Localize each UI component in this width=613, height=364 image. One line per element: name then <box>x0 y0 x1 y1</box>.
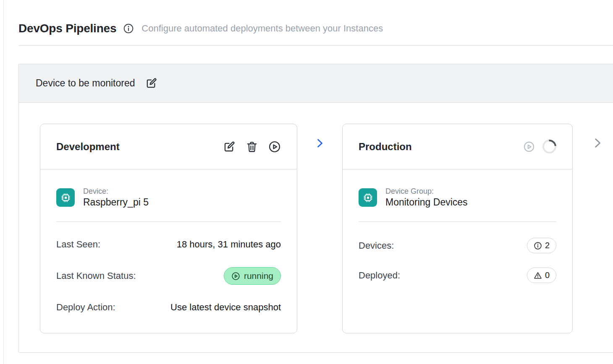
pipeline-panel: Device to be monitored Development <box>18 64 613 353</box>
deploy-action-label: Deploy Action: <box>56 302 115 313</box>
play-circle-icon <box>523 141 535 153</box>
development-card-header: Development <box>40 124 297 169</box>
last-seen-label: Last Seen: <box>56 239 100 250</box>
loading-spinner-icon <box>540 137 559 156</box>
edit-development-button[interactable] <box>223 140 236 153</box>
edit-icon <box>223 140 236 153</box>
deploy-action-row: Deploy Action: Use latest device snapsho… <box>56 301 281 314</box>
play-circle-icon <box>268 140 281 153</box>
device-group-chip-icon <box>359 188 377 207</box>
device-label: Device: <box>83 187 149 196</box>
deployed-count-badge[interactable]: 0 <box>527 268 556 283</box>
devices-count-badge[interactable]: 2 <box>527 238 556 253</box>
device-chip-icon <box>56 188 75 207</box>
page-subtitle: Configure automated deployments between … <box>141 23 383 34</box>
info-icon[interactable] <box>123 23 134 34</box>
play-circle-icon <box>231 272 240 281</box>
last-known-status-label: Last Known Status: <box>56 270 136 281</box>
edit-icon <box>145 77 157 89</box>
trash-icon <box>246 140 258 153</box>
devices-row: Devices: 2 <box>359 238 556 253</box>
panel-header: Device to be monitored <box>19 64 613 103</box>
info-icon <box>534 242 542 250</box>
deployed-row: Deployed: 0 <box>359 268 556 283</box>
device-group-name: Monitoring Devices <box>385 197 468 208</box>
edit-pipeline-name-button[interactable] <box>145 77 157 89</box>
development-card-body: Device: Raspberry_pi 5 Last Seen: 18 hou… <box>40 169 297 333</box>
panel-title: Device to be monitored <box>36 78 135 89</box>
devices-count: 2 <box>545 241 550 250</box>
production-card-title: Production <box>359 141 412 153</box>
run-development-button[interactable] <box>268 140 281 153</box>
deployed-count: 0 <box>545 270 550 280</box>
content-left-divider <box>3 0 4 364</box>
header-divider <box>18 45 613 46</box>
page-title: DevOps Pipelines <box>18 22 116 35</box>
status-badge: running <box>224 267 281 285</box>
devices-label: Devices: <box>359 240 394 251</box>
last-known-status-row: Last Known Status: running <box>56 267 281 285</box>
production-card-body: Device Group: Monitoring Devices Devices… <box>343 169 572 333</box>
status-badge-label: running <box>244 271 273 281</box>
deployed-label: Deployed: <box>359 270 400 281</box>
delete-development-button[interactable] <box>246 140 258 153</box>
development-card-title: Development <box>56 141 120 153</box>
pipeline-flow-arrow-icon <box>314 138 325 149</box>
device-name: Raspberry_pi 5 <box>83 197 149 208</box>
card-divider <box>56 221 281 222</box>
scroll-right-chevron-icon[interactable] <box>591 137 604 149</box>
development-card: Development <box>40 124 297 333</box>
device-summary: Device: Raspberry_pi 5 <box>56 187 281 208</box>
page-header: DevOps Pipelines Configure automated dep… <box>0 0 613 46</box>
warning-triangle-icon <box>534 271 542 280</box>
last-seen-row: Last Seen: 18 hours, 31 minutes ago <box>56 238 281 251</box>
production-card-header: Production <box>343 124 572 169</box>
production-card: Production Device Group: <box>342 124 573 333</box>
pipeline-canvas: Development <box>19 103 613 352</box>
run-production-button[interactable] <box>523 141 535 153</box>
deploy-action-value: Use latest device snapshot <box>170 302 281 313</box>
device-group-summary: Device Group: Monitoring Devices <box>359 187 556 208</box>
last-seen-value: 18 hours, 31 minutes ago <box>177 239 281 250</box>
device-group-label: Device Group: <box>385 187 468 196</box>
card-divider <box>359 221 556 222</box>
